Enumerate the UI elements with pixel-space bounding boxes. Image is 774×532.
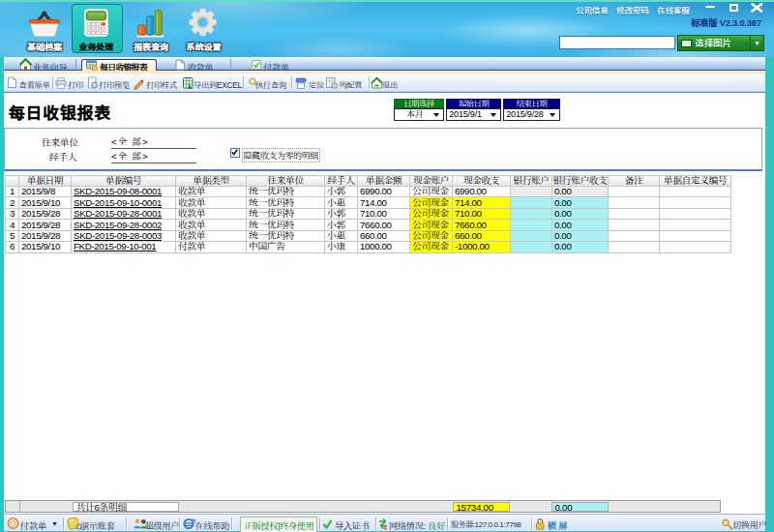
svg-text:4: 4 bbox=[383, 524, 387, 531]
